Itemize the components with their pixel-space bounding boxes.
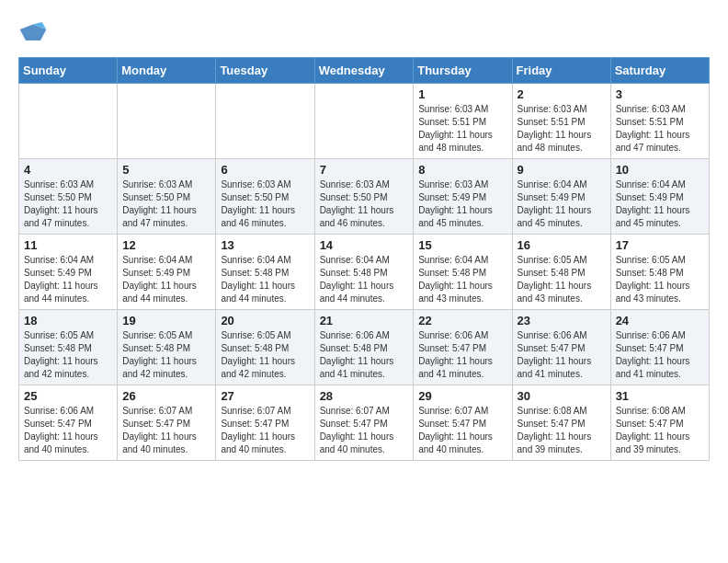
calendar-cell: 24Sunrise: 6:06 AM Sunset: 5:47 PM Dayli… [610,310,709,385]
calendar-cell: 6Sunrise: 6:03 AM Sunset: 5:50 PM Daylig… [216,159,314,235]
calendar-cell: 13Sunrise: 6:04 AM Sunset: 5:48 PM Dayli… [216,235,314,310]
day-number: 28 [320,389,409,403]
calendar-week-1: 1Sunrise: 6:03 AM Sunset: 5:51 PM Daylig… [19,84,710,159]
day-info: Sunrise: 6:04 AM Sunset: 5:49 PM Dayligh… [24,254,112,305]
day-info: Sunrise: 6:03 AM Sunset: 5:50 PM Dayligh… [122,178,210,230]
day-number: 27 [221,389,309,403]
calendar-week-3: 11Sunrise: 6:04 AM Sunset: 5:49 PM Dayli… [19,235,710,310]
day-info: Sunrise: 6:05 AM Sunset: 5:48 PM Dayligh… [122,329,210,381]
header-day-sunday: Sunday [19,58,118,84]
calendar-cell: 16Sunrise: 6:05 AM Sunset: 5:48 PM Dayli… [512,235,610,310]
day-number: 22 [418,314,506,327]
day-number: 14 [320,238,409,252]
calendar-cell: 3Sunrise: 6:03 AM Sunset: 5:51 PM Daylig… [610,84,709,159]
day-info: Sunrise: 6:05 AM Sunset: 5:48 PM Dayligh… [24,329,112,381]
calendar-cell: 22Sunrise: 6:06 AM Sunset: 5:47 PM Dayli… [414,310,512,385]
day-info: Sunrise: 6:04 AM Sunset: 5:49 PM Dayligh… [122,254,210,305]
header-day-friday: Friday [512,58,610,84]
day-info: Sunrise: 6:07 AM Sunset: 5:47 PM Dayligh… [122,405,210,456]
calendar-cell: 23Sunrise: 6:06 AM Sunset: 5:47 PM Dayli… [512,310,610,385]
calendar-cell: 17Sunrise: 6:05 AM Sunset: 5:48 PM Dayli… [610,235,709,310]
calendar-cell: 1Sunrise: 6:03 AM Sunset: 5:51 PM Daylig… [414,84,512,159]
calendar-cell: 28Sunrise: 6:07 AM Sunset: 5:47 PM Dayli… [314,385,414,461]
day-info: Sunrise: 6:04 AM Sunset: 5:49 PM Dayligh… [616,178,704,230]
header-day-monday: Monday [118,58,216,84]
day-info: Sunrise: 6:03 AM Sunset: 5:49 PM Dayligh… [418,178,506,230]
calendar-table: SundayMondayTuesdayWednesdayThursdayFrid… [18,57,710,461]
day-number: 7 [320,163,409,177]
day-info: Sunrise: 6:06 AM Sunset: 5:48 PM Dayligh… [320,329,409,381]
day-number: 10 [616,163,704,177]
calendar-cell [314,84,414,159]
calendar-cell: 21Sunrise: 6:06 AM Sunset: 5:48 PM Dayli… [314,310,414,385]
day-number: 29 [418,389,506,403]
calendar-cell [216,84,314,159]
day-number: 9 [518,163,606,177]
calendar-cell: 25Sunrise: 6:06 AM Sunset: 5:47 PM Dayli… [19,385,118,461]
day-info: Sunrise: 6:07 AM Sunset: 5:47 PM Dayligh… [418,405,506,456]
day-number: 6 [221,163,309,177]
day-info: Sunrise: 6:03 AM Sunset: 5:51 PM Dayligh… [518,103,606,155]
calendar-cell: 10Sunrise: 6:04 AM Sunset: 5:49 PM Dayli… [610,159,709,235]
day-number: 1 [418,87,506,101]
logo-icon [18,18,48,48]
calendar-week-2: 4Sunrise: 6:03 AM Sunset: 5:50 PM Daylig… [19,159,710,235]
day-info: Sunrise: 6:04 AM Sunset: 5:48 PM Dayligh… [221,254,309,305]
day-info: Sunrise: 6:03 AM Sunset: 5:50 PM Dayligh… [320,178,409,230]
calendar-cell [118,84,216,159]
day-info: Sunrise: 6:06 AM Sunset: 5:47 PM Dayligh… [616,329,704,381]
day-info: Sunrise: 6:06 AM Sunset: 5:47 PM Dayligh… [518,329,606,381]
day-number: 15 [418,238,506,252]
day-info: Sunrise: 6:05 AM Sunset: 5:48 PM Dayligh… [221,329,309,381]
day-info: Sunrise: 6:03 AM Sunset: 5:50 PM Dayligh… [24,178,112,230]
page-header [18,18,710,48]
calendar-cell: 5Sunrise: 6:03 AM Sunset: 5:50 PM Daylig… [118,159,216,235]
day-info: Sunrise: 6:04 AM Sunset: 5:48 PM Dayligh… [320,254,409,305]
day-info: Sunrise: 6:03 AM Sunset: 5:51 PM Dayligh… [418,103,506,155]
day-number: 12 [122,238,210,252]
calendar-cell: 11Sunrise: 6:04 AM Sunset: 5:49 PM Dayli… [19,235,118,310]
calendar-cell: 19Sunrise: 6:05 AM Sunset: 5:48 PM Dayli… [118,310,216,385]
day-number: 11 [24,238,112,252]
calendar-cell: 8Sunrise: 6:03 AM Sunset: 5:49 PM Daylig… [414,159,512,235]
calendar-cell: 7Sunrise: 6:03 AM Sunset: 5:50 PM Daylig… [314,159,414,235]
calendar-cell: 14Sunrise: 6:04 AM Sunset: 5:48 PM Dayli… [314,235,414,310]
day-number: 24 [616,314,704,327]
day-number: 31 [616,389,704,403]
header-day-thursday: Thursday [414,58,512,84]
day-number: 2 [518,87,606,101]
day-info: Sunrise: 6:06 AM Sunset: 5:47 PM Dayligh… [24,405,112,456]
day-number: 23 [518,314,606,327]
day-number: 3 [616,87,704,101]
day-info: Sunrise: 6:07 AM Sunset: 5:47 PM Dayligh… [320,405,409,456]
calendar-header: SundayMondayTuesdayWednesdayThursdayFrid… [19,58,710,84]
calendar-cell: 15Sunrise: 6:04 AM Sunset: 5:48 PM Dayli… [414,235,512,310]
header-row: SundayMondayTuesdayWednesdayThursdayFrid… [19,58,710,84]
day-number: 17 [616,238,704,252]
day-info: Sunrise: 6:05 AM Sunset: 5:48 PM Dayligh… [518,254,606,305]
day-info: Sunrise: 6:08 AM Sunset: 5:47 PM Dayligh… [518,405,606,456]
day-number: 16 [518,238,606,252]
day-number: 26 [122,389,210,403]
calendar-cell: 29Sunrise: 6:07 AM Sunset: 5:47 PM Dayli… [414,385,512,461]
header-day-tuesday: Tuesday [216,58,314,84]
calendar-week-5: 25Sunrise: 6:06 AM Sunset: 5:47 PM Dayli… [19,385,710,461]
header-day-saturday: Saturday [610,58,709,84]
day-info: Sunrise: 6:08 AM Sunset: 5:47 PM Dayligh… [616,405,704,456]
day-number: 25 [24,389,112,403]
day-number: 30 [518,389,606,403]
calendar-cell [19,84,118,159]
day-info: Sunrise: 6:05 AM Sunset: 5:48 PM Dayligh… [616,254,704,305]
calendar-body: 1Sunrise: 6:03 AM Sunset: 5:51 PM Daylig… [19,84,710,461]
calendar-cell: 2Sunrise: 6:03 AM Sunset: 5:51 PM Daylig… [512,84,610,159]
day-number: 4 [24,163,112,177]
calendar-cell: 27Sunrise: 6:07 AM Sunset: 5:47 PM Dayli… [216,385,314,461]
calendar-cell: 30Sunrise: 6:08 AM Sunset: 5:47 PM Dayli… [512,385,610,461]
calendar-cell: 4Sunrise: 6:03 AM Sunset: 5:50 PM Daylig… [19,159,118,235]
day-number: 18 [24,314,112,327]
calendar-cell: 20Sunrise: 6:05 AM Sunset: 5:48 PM Dayli… [216,310,314,385]
calendar-cell: 12Sunrise: 6:04 AM Sunset: 5:49 PM Dayli… [118,235,216,310]
day-info: Sunrise: 6:06 AM Sunset: 5:47 PM Dayligh… [418,329,506,381]
day-number: 21 [320,314,409,327]
calendar-week-4: 18Sunrise: 6:05 AM Sunset: 5:48 PM Dayli… [19,310,710,385]
